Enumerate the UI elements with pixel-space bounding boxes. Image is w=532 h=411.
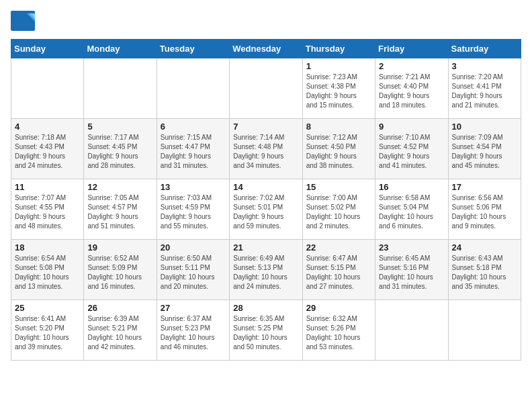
day-number: 11 xyxy=(15,182,80,192)
day-info: Sunrise: 7:21 AM Sunset: 4:40 PM Dayligh… xyxy=(379,73,444,110)
day-info: Sunrise: 7:05 AM Sunset: 4:57 PM Dayligh… xyxy=(87,193,152,231)
day-info: Sunrise: 6:41 AM Sunset: 5:20 PM Dayligh… xyxy=(15,314,80,352)
calendar-cell: 5Sunrise: 7:17 AM Sunset: 4:45 PM Daylig… xyxy=(84,119,157,179)
day-info: Sunrise: 7:09 AM Sunset: 4:54 PM Dayligh… xyxy=(452,133,517,171)
day-number: 7 xyxy=(233,122,298,132)
day-info: Sunrise: 7:10 AM Sunset: 4:52 PM Dayligh… xyxy=(379,133,444,171)
logo-icon xyxy=(11,11,35,31)
day-info: Sunrise: 6:37 AM Sunset: 5:23 PM Dayligh… xyxy=(161,314,226,352)
calendar-cell: 15Sunrise: 7:00 AM Sunset: 5:02 PM Dayli… xyxy=(302,179,375,240)
day-number: 24 xyxy=(452,242,517,253)
day-info: Sunrise: 7:02 AM Sunset: 5:01 PM Dayligh… xyxy=(233,193,298,231)
header-tuesday: Tuesday xyxy=(157,40,229,58)
day-number: 17 xyxy=(452,182,517,192)
day-number: 23 xyxy=(379,242,444,253)
calendar-cell xyxy=(84,58,157,119)
day-info: Sunrise: 6:50 AM Sunset: 5:11 PM Dayligh… xyxy=(161,254,226,291)
calendar-cell: 26Sunrise: 6:39 AM Sunset: 5:21 PM Dayli… xyxy=(84,300,157,361)
header-saturday: Saturday xyxy=(448,40,521,58)
day-number: 21 xyxy=(233,242,298,253)
calendar-cell: 29Sunrise: 6:32 AM Sunset: 5:26 PM Dayli… xyxy=(302,300,375,361)
calendar-cell: 1Sunrise: 7:23 AM Sunset: 4:38 PM Daylig… xyxy=(302,58,375,119)
calendar-cell: 23Sunrise: 6:45 AM Sunset: 5:16 PM Dayli… xyxy=(375,240,448,300)
day-number: 20 xyxy=(161,242,226,253)
day-info: Sunrise: 7:15 AM Sunset: 4:47 PM Dayligh… xyxy=(161,133,226,171)
day-number: 8 xyxy=(306,122,371,132)
header-wednesday: Wednesday xyxy=(230,40,302,58)
day-info: Sunrise: 6:35 AM Sunset: 5:25 PM Dayligh… xyxy=(233,314,298,352)
calendar-cell: 16Sunrise: 6:58 AM Sunset: 5:04 PM Dayli… xyxy=(375,179,448,240)
day-number: 13 xyxy=(161,182,226,192)
day-number: 22 xyxy=(306,242,371,253)
calendar-cell xyxy=(11,58,84,119)
page-header xyxy=(11,11,521,31)
day-number: 27 xyxy=(161,303,226,313)
day-info: Sunrise: 6:32 AM Sunset: 5:26 PM Dayligh… xyxy=(306,314,371,352)
calendar-cell: 9Sunrise: 7:10 AM Sunset: 4:52 PM Daylig… xyxy=(375,119,448,179)
calendar-cell: 24Sunrise: 6:43 AM Sunset: 5:18 PM Dayli… xyxy=(448,240,521,300)
calendar-cell: 4Sunrise: 7:18 AM Sunset: 4:43 PM Daylig… xyxy=(11,119,84,179)
day-number: 10 xyxy=(452,122,517,132)
calendar-cell: 20Sunrise: 6:50 AM Sunset: 5:11 PM Dayli… xyxy=(157,240,229,300)
calendar-cell: 22Sunrise: 6:47 AM Sunset: 5:15 PM Dayli… xyxy=(302,240,375,300)
day-info: Sunrise: 7:12 AM Sunset: 4:50 PM Dayligh… xyxy=(306,133,371,171)
day-info: Sunrise: 7:14 AM Sunset: 4:48 PM Dayligh… xyxy=(233,133,298,171)
day-number: 1 xyxy=(306,61,371,71)
day-info: Sunrise: 6:58 AM Sunset: 5:04 PM Dayligh… xyxy=(379,193,444,231)
header-sunday: Sunday xyxy=(11,40,84,58)
week-row-4: 18Sunrise: 6:54 AM Sunset: 5:08 PM Dayli… xyxy=(11,240,521,300)
calendar-cell: 12Sunrise: 7:05 AM Sunset: 4:57 PM Dayli… xyxy=(84,179,157,240)
calendar-cell xyxy=(448,300,521,361)
calendar-cell: 3Sunrise: 7:20 AM Sunset: 4:41 PM Daylig… xyxy=(448,58,521,119)
calendar-cell: 6Sunrise: 7:15 AM Sunset: 4:47 PM Daylig… xyxy=(157,119,229,179)
week-row-2: 4Sunrise: 7:18 AM Sunset: 4:43 PM Daylig… xyxy=(11,119,521,179)
day-number: 14 xyxy=(233,182,298,192)
calendar-cell: 27Sunrise: 6:37 AM Sunset: 5:23 PM Dayli… xyxy=(157,300,229,361)
calendar-cell xyxy=(230,58,302,119)
day-number: 3 xyxy=(452,61,517,71)
header-thursday: Thursday xyxy=(302,40,375,58)
calendar-cell: 18Sunrise: 6:54 AM Sunset: 5:08 PM Dayli… xyxy=(11,240,84,300)
day-info: Sunrise: 6:45 AM Sunset: 5:16 PM Dayligh… xyxy=(379,254,444,291)
day-number: 6 xyxy=(161,122,226,132)
day-info: Sunrise: 7:18 AM Sunset: 4:43 PM Dayligh… xyxy=(15,133,80,171)
day-info: Sunrise: 6:49 AM Sunset: 5:13 PM Dayligh… xyxy=(233,254,298,291)
day-number: 9 xyxy=(379,122,444,132)
day-number: 26 xyxy=(87,303,152,313)
day-number: 5 xyxy=(87,122,152,132)
calendar-cell: 21Sunrise: 6:49 AM Sunset: 5:13 PM Dayli… xyxy=(230,240,302,300)
day-number: 16 xyxy=(379,182,444,192)
calendar-cell: 8Sunrise: 7:12 AM Sunset: 4:50 PM Daylig… xyxy=(302,119,375,179)
day-info: Sunrise: 7:07 AM Sunset: 4:55 PM Dayligh… xyxy=(15,193,80,231)
calendar-cell xyxy=(375,300,448,361)
calendar-cell: 25Sunrise: 6:41 AM Sunset: 5:20 PM Dayli… xyxy=(11,300,84,361)
logo xyxy=(11,11,38,31)
day-info: Sunrise: 7:03 AM Sunset: 4:59 PM Dayligh… xyxy=(161,193,226,231)
day-number: 19 xyxy=(87,242,152,253)
day-number: 12 xyxy=(87,182,152,192)
calendar-cell: 10Sunrise: 7:09 AM Sunset: 4:54 PM Dayli… xyxy=(448,119,521,179)
calendar-cell: 17Sunrise: 6:56 AM Sunset: 5:06 PM Dayli… xyxy=(448,179,521,240)
day-info: Sunrise: 7:00 AM Sunset: 5:02 PM Dayligh… xyxy=(306,193,371,231)
header-friday: Friday xyxy=(375,40,448,58)
header-row: SundayMondayTuesdayWednesdayThursdayFrid… xyxy=(11,40,521,58)
day-info: Sunrise: 6:39 AM Sunset: 5:21 PM Dayligh… xyxy=(87,314,152,352)
day-info: Sunrise: 6:47 AM Sunset: 5:15 PM Dayligh… xyxy=(306,254,371,291)
day-info: Sunrise: 6:56 AM Sunset: 5:06 PM Dayligh… xyxy=(452,193,517,231)
day-number: 29 xyxy=(306,303,371,313)
day-info: Sunrise: 7:17 AM Sunset: 4:45 PM Dayligh… xyxy=(87,133,152,171)
day-info: Sunrise: 6:43 AM Sunset: 5:18 PM Dayligh… xyxy=(452,254,517,291)
day-number: 18 xyxy=(15,242,80,253)
week-row-1: 1Sunrise: 7:23 AM Sunset: 4:38 PM Daylig… xyxy=(11,58,521,119)
calendar-cell: 2Sunrise: 7:21 AM Sunset: 4:40 PM Daylig… xyxy=(375,58,448,119)
day-info: Sunrise: 6:54 AM Sunset: 5:08 PM Dayligh… xyxy=(15,254,80,291)
day-info: Sunrise: 7:23 AM Sunset: 4:38 PM Dayligh… xyxy=(306,73,371,110)
calendar-cell: 7Sunrise: 7:14 AM Sunset: 4:48 PM Daylig… xyxy=(230,119,302,179)
day-number: 28 xyxy=(233,303,298,313)
header-monday: Monday xyxy=(84,40,157,58)
calendar-cell xyxy=(157,58,229,119)
calendar-table: SundayMondayTuesdayWednesdayThursdayFrid… xyxy=(11,39,521,361)
calendar-cell: 14Sunrise: 7:02 AM Sunset: 5:01 PM Dayli… xyxy=(230,179,302,240)
day-number: 15 xyxy=(306,182,371,192)
day-number: 25 xyxy=(15,303,80,313)
